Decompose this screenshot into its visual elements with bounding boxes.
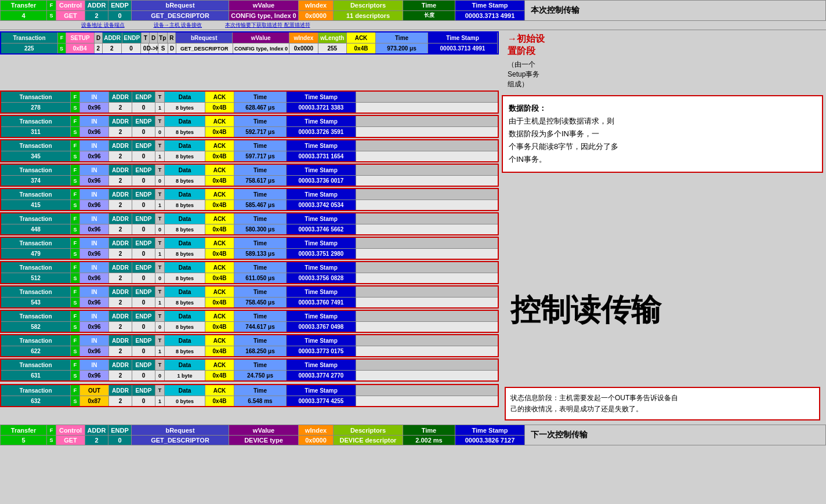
trans-ack-hdr-415: ACK (205, 189, 234, 200)
trans-time-hdr-543: Time (234, 287, 287, 297)
trans-endp-val-311: 0 (132, 127, 155, 137)
trans-time-hdr-415: Time (234, 189, 287, 200)
setup-t-hdr: T (142, 32, 150, 43)
status-addr-hdr: ADDR (109, 385, 132, 396)
setup-d-val: 2 (95, 43, 103, 53)
trans-type-hdr-582: IN (80, 311, 109, 321)
trans-addr-hdr-311: ADDR (109, 116, 132, 126)
trans-addr-val-512: 2 (109, 273, 132, 283)
trans-data-val-543: 8 bytes (165, 298, 205, 307)
trans-addr-hdr-374: ADDR (109, 165, 132, 175)
trans-num-543: 543 (1, 298, 71, 307)
trans-t-val-512: 0 (155, 273, 165, 283)
status-time-hdr: Time (234, 385, 287, 396)
status-addr-val: 2 (109, 396, 132, 406)
transfer2-windex: wIndex 0x0000 (299, 425, 334, 445)
trans-timestamp-hdr-345: Time Stamp (287, 140, 356, 151)
trans-t-hdr-448: T (155, 213, 165, 224)
setup-addr-hdr: ADDR (103, 32, 122, 43)
trans-addr-val-415: 2 (109, 200, 132, 210)
trans-t-hdr-631: T (155, 360, 165, 370)
setup-dp-hdr: D (150, 32, 158, 43)
init-stage-label: →初始设置阶段 (508, 30, 826, 57)
transfer-label: Transfer 4 (1, 1, 47, 20)
timestamp-col: Time Stamp 00003.3713 4991 (455, 1, 525, 20)
trans-ack-hdr-448: ACK (205, 213, 234, 224)
trans-time-hdr-631: Time (234, 360, 287, 370)
big-label: 控制读传输 (510, 290, 661, 331)
descriptors-col: Descriptors 11 descriptors (334, 1, 403, 20)
trans-f-622: F (71, 335, 80, 346)
trans-type-hdr-345: IN (80, 140, 109, 151)
trans-ack-hdr-512: ACK (205, 262, 234, 273)
trans-data-hdr-479: Data (165, 238, 205, 248)
setup-wlength-hdr: wLength (318, 32, 347, 43)
trans-addr-val-543: 2 (109, 298, 132, 307)
trans-time-hdr-448: Time (234, 213, 287, 224)
trans-endp-val-448: 0 (132, 224, 155, 234)
trans-num-278: 278 (1, 103, 71, 113)
status-t-val: 1 (155, 396, 165, 406)
trans-ack-val-415: 0x4B (205, 200, 234, 210)
trans-label-374: Transaction (1, 165, 71, 175)
trans-endp-val-374: 0 (132, 176, 155, 186)
trans-data-val-582: 8 bytes (165, 322, 205, 332)
status-ack-hdr: ACK (205, 385, 234, 396)
trans-ack-hdr-345: ACK (205, 140, 234, 151)
trans-data-hdr-543: Data (165, 287, 205, 297)
trans-ack-val-479: 0x4B (205, 249, 234, 259)
trans-time-val-622: 168.250 μs (234, 346, 287, 356)
trans-label-479: Transaction (1, 238, 71, 248)
trans-label-543: Transaction (1, 287, 71, 297)
trans-data-val-622: 8 bytes (165, 346, 205, 356)
trans-t-val-543: 1 (155, 298, 165, 307)
trans-s-631: S (71, 371, 80, 380)
trans-time-val-374: 758.617 μs (234, 176, 287, 186)
setup-tp-hdr: Tp (158, 32, 168, 43)
transfer2-timestamp: Time Stamp 00003.3826 7127 (455, 425, 525, 445)
trans-ack-hdr-622: ACK (205, 335, 234, 346)
trans-ack-hdr-278: ACK (205, 92, 234, 102)
trans-type-val-415: 0x96 (80, 200, 109, 210)
trans-t-val-415: 1 (155, 200, 165, 210)
setup-f: F (58, 32, 66, 43)
time-col: Time 长度 (403, 1, 455, 20)
nav-links[interactable]: 设备地址 设备端点 设备→主机 设备接收 本次传输要下获取描述符 配置描述符 (79, 21, 826, 30)
trans-f-543: F (71, 287, 80, 297)
trans-label-448: Transaction (1, 213, 71, 224)
transfer2-addr: ADDR 2 (85, 425, 108, 445)
status-timestamp-hdr: Time Stamp (287, 385, 356, 396)
trans-timestamp-val-345: 00003.3731 1654 (287, 151, 356, 161)
trans-addr-val-345: 2 (109, 151, 132, 161)
trans-num-415: 415 (1, 200, 71, 210)
setup-request-hdr: bRequest (176, 32, 233, 43)
trans-timestamp-val-374: 00003.3736 0017 (287, 176, 356, 186)
trans-t-hdr-582: T (155, 311, 165, 321)
status-f: F (71, 385, 80, 396)
trans-data-val-415: 8 bytes (165, 200, 205, 210)
trans-time-val-448: 580.300 μs (234, 224, 287, 234)
transfer2-fs: F S (47, 425, 56, 445)
trans-time-val-278: 628.467 μs (234, 103, 287, 113)
trans-data-hdr-345: Data (165, 140, 205, 151)
next-transfer-label: 下一次控制传输 (525, 425, 825, 445)
trans-endp-hdr-512: ENDP (132, 262, 155, 273)
trans-addr-hdr-345: ADDR (109, 140, 132, 151)
trans-type-val-543: 0x96 (80, 298, 109, 307)
trans-timestamp-val-543: 00003.3760 7491 (287, 298, 356, 307)
trans-timestamp-val-415: 00003.3742 0534 (287, 200, 356, 210)
trans-s-415: S (71, 200, 80, 210)
trans-ack-val-311: 0x4B (205, 127, 234, 137)
trans-type-hdr-512: IN (80, 262, 109, 273)
trans-s-543: S (71, 298, 80, 307)
trans-num-582: 582 (1, 322, 71, 332)
trans-t-val-278: 1 (155, 103, 165, 113)
transfer2-endp: ENDP 0 (108, 425, 132, 445)
trans-timestamp-val-311: 00003.3726 3591 (287, 127, 356, 137)
trans-f-448: F (71, 213, 80, 224)
transfer2-time: Time 2.002 ms (403, 425, 455, 445)
trans-t-hdr-374: T (155, 165, 165, 175)
trans-label-278: Transaction (1, 92, 71, 102)
trans-type-val-311: 0x96 (80, 127, 109, 137)
trans-addr-val-622: 2 (109, 346, 132, 356)
